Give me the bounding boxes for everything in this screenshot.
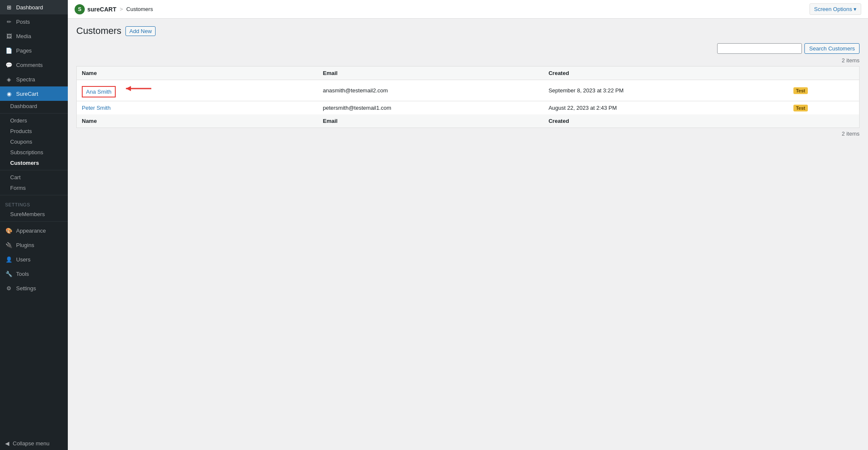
screen-options-button[interactable]: Screen Options ▾ bbox=[810, 3, 861, 15]
customer-created-cell: September 8, 2023 at 3:22 PM bbox=[543, 80, 788, 101]
pages-icon: 📄 bbox=[5, 47, 13, 54]
breadcrumb: Customers bbox=[126, 6, 153, 12]
sidebar-item-label: Pages bbox=[16, 47, 32, 54]
items-count-bottom: 2 items bbox=[76, 131, 860, 137]
content-area: Customers Add New Search Customers 2 ite… bbox=[68, 19, 868, 450]
plugins-icon: 🔌 bbox=[5, 241, 13, 249]
users-icon: 👤 bbox=[5, 256, 13, 263]
collapse-menu-button[interactable]: ◀ Collapse menu bbox=[0, 437, 68, 450]
surecart-logo-icon: S bbox=[75, 4, 85, 14]
table-header-row: Name Email Created bbox=[77, 67, 860, 80]
sidebar-item-tools[interactable]: 🔧 Tools bbox=[0, 267, 68, 281]
comments-icon: 💬 bbox=[5, 61, 13, 69]
customer-created-cell: August 22, 2023 at 2:43 PM bbox=[543, 101, 788, 115]
items-count-top: 2 items bbox=[76, 57, 860, 64]
search-bar: Search Customers bbox=[76, 43, 860, 54]
topbar-logo: S sureCART bbox=[75, 4, 116, 14]
spectra-icon: ◈ bbox=[5, 75, 13, 83]
page-header-left: Customers Add New bbox=[76, 25, 156, 36]
table-row: Peter Smith petersmith@testemail1.com Au… bbox=[77, 101, 860, 115]
col-email-footer: Email bbox=[318, 114, 543, 128]
sidebar-item-label: Users bbox=[16, 256, 31, 263]
sidebar-item-label: Posts bbox=[16, 19, 30, 25]
sidebar-sub-orders[interactable]: Orders bbox=[0, 115, 68, 126]
page-header: Customers Add New bbox=[76, 25, 860, 36]
sidebar-sub-products[interactable]: Products bbox=[0, 126, 68, 136]
table-row: Ana Smith anasmith@testemail2.com Septem… bbox=[77, 80, 860, 101]
sidebar-item-appearance[interactable]: 🎨 Appearance bbox=[0, 223, 68, 238]
col-email-header: Email bbox=[318, 67, 543, 80]
sidebar-sub-cart[interactable]: Cart bbox=[0, 172, 68, 183]
sidebar-item-label: Settings bbox=[16, 285, 36, 292]
customer-name-link-ana[interactable]: Ana Smith bbox=[82, 86, 116, 97]
customer-email-cell: petersmith@testemail1.com bbox=[318, 101, 543, 115]
col-name-header: Name bbox=[77, 67, 318, 80]
customer-badge-cell: Test bbox=[788, 101, 860, 115]
col-name-footer: Name bbox=[77, 114, 318, 128]
surecart-icon: ◉ bbox=[5, 90, 13, 97]
table-footer-row: Name Email Created bbox=[77, 114, 860, 128]
sidebar-item-settings[interactable]: ⚙ Settings bbox=[0, 281, 68, 295]
topbar: S sureCART > Customers Screen Options ▾ bbox=[68, 0, 868, 19]
collapse-icon: ◀ bbox=[5, 440, 9, 447]
sidebar-item-plugins[interactable]: 🔌 Plugins bbox=[0, 238, 68, 252]
sidebar-item-spectra[interactable]: ◈ Spectra bbox=[0, 72, 68, 86]
sidebar-item-label: Dashboard bbox=[16, 4, 43, 11]
sidebar-sub-dashboard[interactable]: Dashboard bbox=[0, 101, 68, 111]
sidebar-sub-customers[interactable]: Customers bbox=[0, 158, 68, 168]
sidebar-item-label: Plugins bbox=[16, 242, 34, 248]
customer-badge-cell: Test bbox=[788, 80, 860, 101]
search-input[interactable] bbox=[717, 43, 802, 54]
sidebar-item-dashboard[interactable]: ⊞ Dashboard bbox=[0, 0, 68, 14]
sidebar-sub-suremembers[interactable]: SureMembers bbox=[0, 209, 68, 219]
sidebar: ⊞ Dashboard ✏ Posts 🖼 Media 📄 Pages 💬 Co… bbox=[0, 0, 68, 450]
arrow-annotation bbox=[122, 83, 156, 94]
sidebar-item-pages[interactable]: 📄 Pages bbox=[0, 43, 68, 58]
media-icon: 🖼 bbox=[5, 32, 13, 40]
appearance-icon: 🎨 bbox=[5, 227, 13, 234]
sidebar-item-posts[interactable]: ✏ Posts bbox=[0, 14, 68, 29]
sidebar-sub-forms[interactable]: Forms bbox=[0, 183, 68, 193]
sidebar-item-label: Comments bbox=[16, 62, 43, 68]
sidebar-item-label: Tools bbox=[16, 271, 29, 277]
test-badge: Test bbox=[793, 87, 808, 94]
posts-icon: ✏ bbox=[5, 18, 13, 25]
customer-email-cell: anasmith@testemail2.com bbox=[318, 80, 543, 101]
breadcrumb-separator: > bbox=[120, 6, 123, 12]
col-badge-footer bbox=[788, 114, 860, 128]
sidebar-item-label: Spectra bbox=[16, 76, 35, 83]
sidebar-item-users[interactable]: 👤 Users bbox=[0, 252, 68, 267]
svg-marker-1 bbox=[126, 86, 131, 91]
sidebar-settings-section: Settings bbox=[0, 197, 68, 209]
sidebar-item-label: Appearance bbox=[16, 228, 46, 234]
col-badge-header bbox=[788, 67, 860, 80]
tools-icon: 🔧 bbox=[5, 270, 13, 278]
search-customers-button[interactable]: Search Customers bbox=[804, 43, 860, 54]
customer-name-link-peter[interactable]: Peter Smith bbox=[82, 105, 111, 111]
collapse-label: Collapse menu bbox=[13, 440, 50, 447]
page-title: Customers bbox=[76, 25, 121, 36]
sidebar-item-comments[interactable]: 💬 Comments bbox=[0, 58, 68, 72]
main-area: S sureCART > Customers Screen Options ▾ … bbox=[68, 0, 868, 450]
test-badge: Test bbox=[793, 105, 808, 111]
sidebar-item-label: Media bbox=[16, 33, 31, 39]
sidebar-sub-coupons[interactable]: Coupons bbox=[0, 136, 68, 147]
sidebar-sub-subscriptions[interactable]: Subscriptions bbox=[0, 147, 68, 158]
topbar-logo-text: sureCART bbox=[87, 6, 116, 13]
customers-table: Name Email Created Ana Smith bbox=[76, 66, 860, 128]
col-created-header: Created bbox=[543, 67, 788, 80]
sidebar-item-media[interactable]: 🖼 Media bbox=[0, 29, 68, 43]
sidebar-item-surecart[interactable]: ◉ SureCart bbox=[0, 86, 68, 101]
dashboard-icon: ⊞ bbox=[5, 3, 13, 11]
red-arrow-svg bbox=[122, 83, 156, 94]
settings-icon: ⚙ bbox=[5, 284, 13, 292]
sidebar-item-label: SureCart bbox=[16, 91, 38, 97]
add-new-button[interactable]: Add New bbox=[125, 26, 156, 36]
customer-name-cell: Ana Smith bbox=[77, 80, 318, 101]
col-created-footer: Created bbox=[543, 114, 788, 128]
customer-name-cell: Peter Smith bbox=[77, 101, 318, 115]
